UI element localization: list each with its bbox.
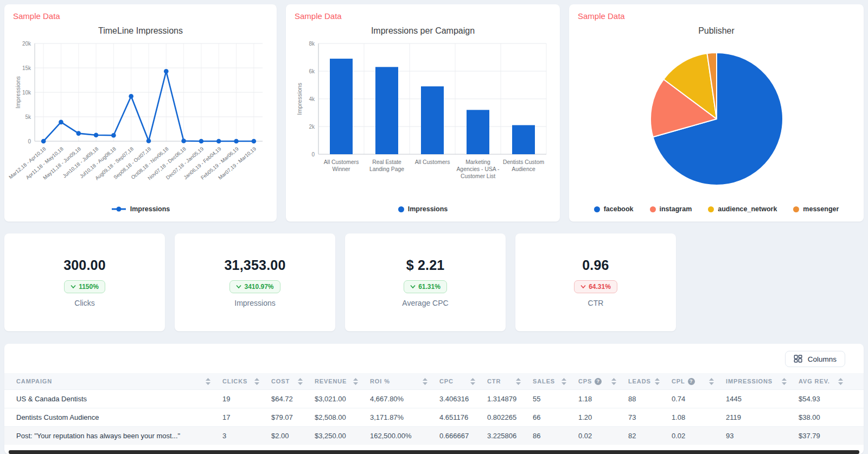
column-header-label: CPS xyxy=(578,378,592,384)
table-cell: $3,021.00 xyxy=(315,395,370,403)
table-cell: 66 xyxy=(533,413,578,421)
svg-text:Agencies - USA -: Agencies - USA - xyxy=(456,166,499,172)
table-cell: 3,171.87% xyxy=(370,413,439,421)
column-header-label-group: REVENUE xyxy=(315,378,347,384)
table-cell: 1.20 xyxy=(578,413,628,421)
sort-icon[interactable] xyxy=(655,378,660,385)
svg-text:2k: 2k xyxy=(309,124,315,130)
legend-label: facebook xyxy=(604,205,634,213)
table-cell: 82 xyxy=(628,432,672,440)
kpi-change-badge: 61.31% xyxy=(404,280,447,293)
sort-icon[interactable] xyxy=(254,378,259,385)
dashboard-page: Sample Data TimeLine Impressions 05k10k1… xyxy=(0,0,868,454)
column-header-label: CPL xyxy=(672,378,685,384)
column-header-label-group: ROI % xyxy=(370,378,390,384)
column-header-label-group: IMPRESSIONS xyxy=(726,378,773,384)
column-header-cps[interactable]: CPS? xyxy=(578,378,628,385)
sort-icon[interactable] xyxy=(838,378,843,385)
columns-button[interactable]: Columns xyxy=(785,351,845,367)
column-header-ctr[interactable]: CTR xyxy=(487,378,533,385)
chevron-down-icon xyxy=(580,285,586,289)
legend-dot-icon xyxy=(708,206,714,212)
legend-label: Impressions xyxy=(408,205,448,213)
legend-item-impressions: Impressions xyxy=(398,205,448,213)
kpi-value: $ 2.21 xyxy=(406,257,445,273)
kpi-change-value: 3410.97% xyxy=(244,283,273,291)
column-header-clicks[interactable]: CLICKS xyxy=(222,378,271,385)
legend-label: instagram xyxy=(660,205,692,213)
column-header-roi-[interactable]: ROI % xyxy=(370,378,439,385)
svg-text:Impressions: Impressions xyxy=(296,83,303,115)
kpi-card-clicks: 300.001150%Clicks xyxy=(4,234,165,331)
horizontal-scrollbar[interactable] xyxy=(9,450,859,454)
table-cell: 1445 xyxy=(726,395,799,403)
sort-icon[interactable] xyxy=(561,378,566,385)
chevron-down-icon xyxy=(71,285,76,289)
table-cell: $38.00 xyxy=(799,413,855,421)
column-header-label-group: CTR xyxy=(487,378,501,384)
sort-icon[interactable] xyxy=(206,378,210,385)
campaign-table-card: Columns CAMPAIGNCLICKSCOSTREVENUEROI %CP… xyxy=(4,344,864,454)
column-header-label: CLICKS xyxy=(222,378,247,384)
column-header-label: COST xyxy=(271,378,290,384)
column-header-avg-rev-[interactable]: AVG REV. xyxy=(799,378,855,385)
kpi-card-impressions: 31,353.003410.97%Impressions xyxy=(175,234,335,331)
sort-icon[interactable] xyxy=(470,378,475,385)
table-cell: 0.02 xyxy=(578,432,628,440)
sort-icon[interactable] xyxy=(782,378,787,385)
column-header-cost[interactable]: COST xyxy=(271,378,315,385)
kpi-label: Impressions xyxy=(234,299,275,307)
svg-text:10k: 10k xyxy=(22,90,31,96)
column-header-label: IMPRESSIONS xyxy=(726,378,773,384)
column-header-campaign[interactable]: CAMPAIGN xyxy=(16,378,222,385)
table-cell: $37.79 xyxy=(799,432,855,440)
legend-label: audience_network xyxy=(718,205,777,213)
kpi-card-ctr: 0.9664.31%CTR xyxy=(515,234,676,331)
svg-text:4k: 4k xyxy=(309,96,315,102)
sort-icon[interactable] xyxy=(516,378,521,385)
table-cell: 0.666667 xyxy=(439,432,487,440)
legend-item-instagram: instagram xyxy=(650,205,692,213)
column-header-label: REVENUE xyxy=(315,378,347,384)
legend-item-impressions: Impressions xyxy=(111,205,170,213)
kpi-card-average-cpc: $ 2.2161.31%Average CPC xyxy=(345,234,506,331)
table-cell: 73 xyxy=(628,413,672,421)
column-header-revenue[interactable]: REVENUE xyxy=(315,378,370,385)
kpi-change-badge: 3410.97% xyxy=(229,280,280,293)
table-row: Dentists Custom Audience17$79.07$2,508.0… xyxy=(4,408,864,426)
help-icon[interactable]: ? xyxy=(595,378,602,385)
table-cell: 17 xyxy=(222,413,271,421)
sort-icon[interactable] xyxy=(611,378,616,385)
svg-text:All Customers: All Customers xyxy=(415,159,450,165)
kpi-value: 31,353.00 xyxy=(224,257,285,273)
column-header-sales[interactable]: SALES xyxy=(533,378,578,385)
svg-text:Dentists Custom: Dentists Custom xyxy=(503,159,544,165)
sort-icon[interactable] xyxy=(298,378,303,385)
kpi-change-value: 61.31% xyxy=(418,283,441,291)
column-header-label-group: COST xyxy=(271,378,290,384)
column-header-leads[interactable]: LEADS xyxy=(628,378,672,385)
column-header-label-group: SALES xyxy=(533,378,555,384)
sort-icon[interactable] xyxy=(353,378,358,385)
table-cell: 86 xyxy=(533,432,578,440)
column-header-label: ROI % xyxy=(370,378,390,384)
legend-label: Impressions xyxy=(130,205,170,213)
column-header-label: CPC xyxy=(439,378,454,384)
campaign-cell: Dentists Custom Audience xyxy=(16,413,222,421)
table-cell: 88 xyxy=(628,395,672,403)
svg-text:Winner: Winner xyxy=(333,166,350,172)
svg-text:Customer List: Customer List xyxy=(461,173,495,179)
column-header-impressions[interactable]: IMPRESSIONS xyxy=(726,378,799,385)
column-header-label-group: AVG REV. xyxy=(799,378,830,384)
table-cell: 3.406316 xyxy=(439,395,487,403)
column-header-cpl[interactable]: CPL? xyxy=(672,378,726,385)
column-header-cpc[interactable]: CPC xyxy=(439,378,487,385)
sort-icon[interactable] xyxy=(423,378,427,385)
sort-icon[interactable] xyxy=(709,378,714,385)
publisher-chart-title: Publisher xyxy=(569,26,864,36)
table-cell: 3.225806 xyxy=(487,432,533,440)
table-cell: 2119 xyxy=(726,413,799,421)
table-cell: 1.18 xyxy=(578,395,628,403)
campaign-cell: Post: "Your reputation has always been y… xyxy=(16,432,222,440)
help-icon[interactable]: ? xyxy=(688,378,695,385)
